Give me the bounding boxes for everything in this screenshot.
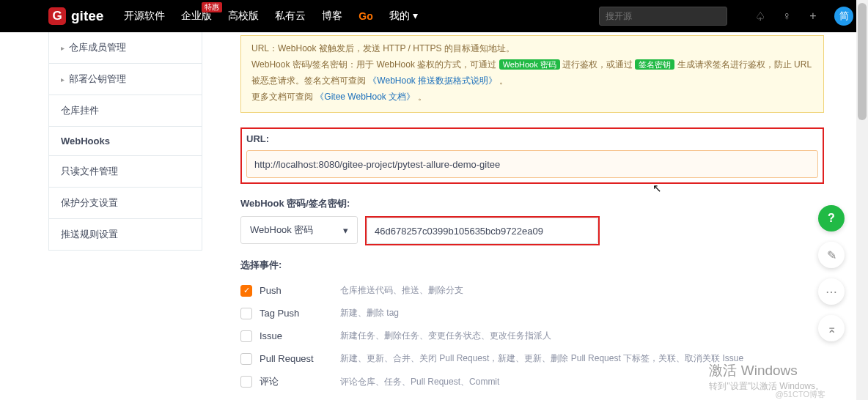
sidebar-item-push-rules[interactable]: 推送规则设置 — [49, 219, 202, 250]
help-icon[interactable]: ? — [818, 205, 845, 232]
event-row-push[interactable]: ✓ Push 仓库推送代码、推送、删除分支 — [240, 279, 824, 302]
nav-go[interactable]: Go — [358, 10, 372, 22]
event-name: Tag Push — [260, 308, 340, 319]
events-label: 选择事件: — [240, 259, 824, 272]
checkbox-push[interactable]: ✓ — [240, 285, 252, 297]
checkbox-issue[interactable] — [240, 330, 252, 342]
sidebar: 仓库成员管理 部署公钥管理 仓库挂件 WebHooks 只读文件管理 保护分支设… — [48, 32, 202, 251]
event-row-tag-push[interactable]: Tag Push 新建、删除 tag — [240, 302, 824, 325]
nav-private-cloud[interactable]: 私有云 — [275, 10, 306, 23]
event-name: 评论 — [260, 375, 340, 388]
chevron-down-icon: ▾ — [343, 225, 348, 236]
event-desc: 评论仓库、任务、Pull Request、Commit — [340, 376, 499, 388]
checkbox-comment[interactable] — [240, 376, 252, 388]
edit-icon[interactable]: ✎ — [818, 242, 845, 268]
event-row-pull-request[interactable]: Pull Request 新建、更新、合并、关闭 Pull Request，新建… — [240, 347, 824, 370]
avatar[interactable]: 简 — [834, 7, 853, 26]
topbar: G gitee 开源软件 企业版特惠 高校版 私有云 博客 Go 我的 ▾ ♤ … — [0, 0, 868, 32]
event-name: Pull Request — [260, 353, 340, 364]
activate-row[interactable]: ✓ 激活 （激活后事件触发时将发送请求） — [240, 393, 824, 400]
sidebar-item-deploy-keys[interactable]: 部署公钥管理 — [49, 64, 202, 95]
hot-badge: 特惠 — [202, 2, 222, 12]
nav-university[interactable]: 高校版 — [228, 10, 259, 23]
sidebar-item-widget[interactable]: 仓库挂件 — [49, 95, 202, 127]
url-input[interactable] — [246, 150, 818, 178]
message-icon[interactable]: ⋯ — [818, 278, 845, 305]
bulb-icon[interactable]: ♀ — [780, 10, 793, 23]
info-line1: URL：WebHook 被触发后，发送 HTTP / HTTPS 的目标通知地址… — [251, 43, 515, 53]
link-webhook-format[interactable]: 《WebHook 推送数据格式说明》 — [368, 75, 497, 86]
url-label: URL: — [246, 133, 818, 144]
password-input[interactable] — [367, 218, 598, 244]
scrollbar[interactable] — [856, 0, 868, 400]
scrollbar-thumb[interactable] — [858, 3, 867, 120]
back-to-top-icon[interactable]: ⌅ — [818, 315, 845, 341]
bell-icon[interactable]: ♤ — [754, 10, 767, 23]
password-label: WebHook 密码/签名密钥: — [240, 197, 824, 210]
nav-mine[interactable]: 我的 ▾ — [389, 10, 418, 23]
search-input[interactable] — [599, 7, 727, 26]
info-line3a: 更多文档可查阅 — [251, 92, 315, 102]
plus-icon[interactable]: + — [806, 10, 820, 23]
password-type-value: WebHook 密码 — [250, 223, 313, 237]
sidebar-item-members[interactable]: 仓库成员管理 — [49, 32, 202, 64]
logo-icon[interactable]: G — [48, 7, 66, 25]
info-box: URL：WebHook 被触发后，发送 HTTP / HTTPS 的目标通知地址… — [240, 35, 824, 113]
checkbox-pull-request[interactable] — [240, 353, 252, 365]
nav-enterprise[interactable]: 企业版特惠 — [181, 10, 212, 23]
url-section: URL: — [240, 127, 824, 184]
info-line2b: 进行鉴权，或通过 — [560, 59, 636, 70]
event-desc: 新建、更新、合并、关闭 Pull Request，新建、更新、删除 Pull R… — [340, 352, 743, 365]
event-name: Issue — [260, 330, 340, 341]
event-name: Push — [260, 285, 340, 296]
event-row-issue[interactable]: Issue 新建任务、删除任务、变更任务状态、更改任务指派人 — [240, 325, 824, 347]
float-actions: ? ✎ ⋯ ⌅ — [818, 205, 845, 341]
info-line2a: WebHook 密码/签名密钥：用于 WebHook 鉴权的方式，可通过 — [251, 59, 499, 70]
password-input-wrap — [365, 216, 600, 245]
main-content: URL：WebHook 被触发后，发送 HTTP / HTTPS 的目标通知地址… — [240, 32, 824, 400]
event-desc: 仓库推送代码、推送、删除分支 — [340, 284, 463, 297]
link-webhook-docs[interactable]: 《Gitee WebHook 文档》 — [315, 92, 415, 102]
nav-blog[interactable]: 博客 — [322, 10, 342, 23]
logo-text[interactable]: gitee — [71, 8, 103, 24]
password-type-select[interactable]: WebHook 密码 ▾ — [240, 216, 358, 244]
event-row-comment[interactable]: 评论 评论仓库、任务、Pull Request、Commit — [240, 370, 824, 393]
sidebar-item-webhooks[interactable]: WebHooks — [49, 127, 202, 156]
checkbox-tag-push[interactable] — [240, 308, 252, 319]
tag-webhook-password: WebHook 密码 — [499, 59, 560, 70]
nav-opensource[interactable]: 开源软件 — [124, 10, 165, 23]
sidebar-item-readonly[interactable]: 只读文件管理 — [49, 156, 202, 188]
event-desc: 新建任务、删除任务、变更任务状态、更改任务指派人 — [340, 330, 551, 342]
sidebar-item-protected-branch[interactable]: 保护分支设置 — [49, 188, 202, 219]
event-desc: 新建、删除 tag — [340, 307, 399, 319]
tag-sign-key: 签名密钥 — [635, 59, 674, 70]
